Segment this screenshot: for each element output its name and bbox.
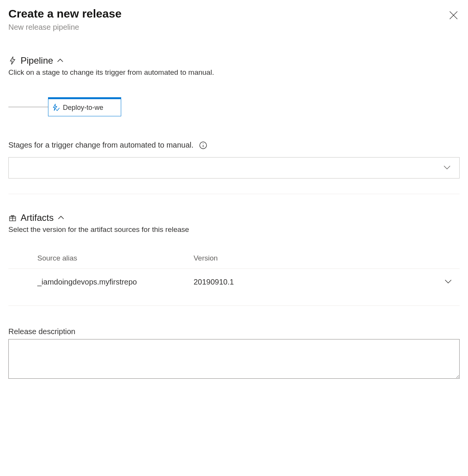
stages-field-label: Stages for a trigger change from automat… <box>8 141 194 150</box>
close-icon <box>449 10 458 20</box>
artifact-source: _iamdoingdevops.myfirstrepo <box>37 278 194 286</box>
stages-dropdown[interactable] <box>8 157 460 178</box>
close-button[interactable] <box>447 9 460 21</box>
pipeline-section-toggle[interactable]: Pipeline <box>8 55 460 66</box>
chevron-down-icon <box>444 278 452 285</box>
section-divider <box>8 194 460 194</box>
col-header-source: Source alias <box>37 254 194 262</box>
svg-point-4 <box>203 143 204 144</box>
pipeline-section-title: Pipeline <box>21 55 53 66</box>
page-title: Create a new release <box>8 7 122 21</box>
chevron-up-icon <box>58 214 64 221</box>
artifacts-description: Select the version for the artifact sour… <box>8 225 460 234</box>
section-divider <box>8 306 460 306</box>
artifacts-section-title: Artifacts <box>21 212 54 223</box>
pipeline-connector <box>8 107 48 107</box>
page-subtitle: New release pipeline <box>8 23 122 32</box>
info-icon[interactable] <box>199 141 207 150</box>
release-description-input[interactable] <box>8 339 460 379</box>
gift-icon <box>8 214 17 222</box>
chevron-up-icon <box>57 57 64 64</box>
artifacts-table-header: Source alias Version <box>8 248 460 269</box>
artifact-row[interactable]: _iamdoingdevops.myfirstrepo 20190910.1 <box>8 269 460 295</box>
pipeline-stage[interactable]: Deploy-to-we <box>48 97 121 116</box>
pipeline-description: Click on a stage to change its trigger f… <box>8 68 460 77</box>
release-description-label: Release description <box>8 327 460 336</box>
lightning-check-icon <box>52 104 60 111</box>
lightning-icon <box>8 56 17 65</box>
col-header-version: Version <box>194 254 437 262</box>
artifacts-section-toggle[interactable]: Artifacts <box>8 212 460 223</box>
chevron-down-icon <box>443 164 451 171</box>
pipeline-stage-label: Deploy-to-we <box>63 104 103 112</box>
artifact-version: 20190910.1 <box>194 278 437 286</box>
